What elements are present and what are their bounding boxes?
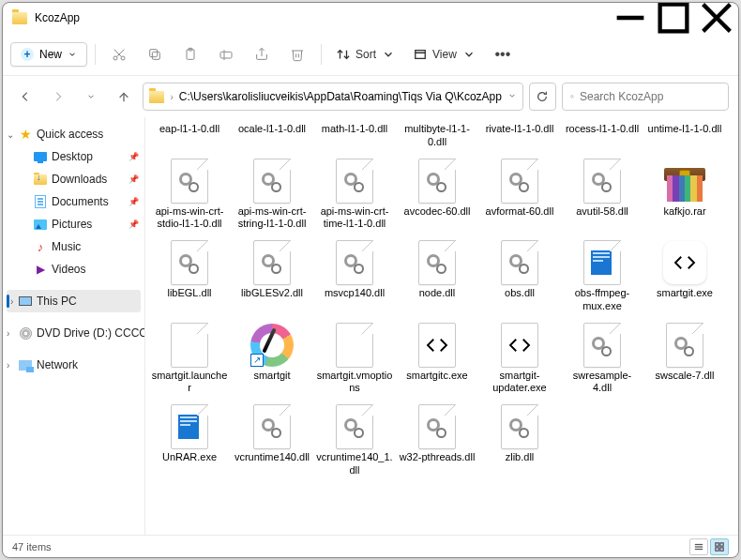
file-label: avformat-60.dll xyxy=(486,205,554,219)
file-item[interactable]: vcruntime140.dll xyxy=(232,401,312,481)
maximize-button[interactable] xyxy=(652,3,695,33)
file-item[interactable]: api-ms-win-crt-stdio-l1-1-0.dll xyxy=(149,155,230,235)
rename-button[interactable] xyxy=(210,39,242,69)
file-item[interactable]: math-l1-1-0.dll xyxy=(314,121,395,153)
copy-button[interactable] xyxy=(139,39,171,69)
dll-icon xyxy=(336,240,373,285)
window-title: KcozApp xyxy=(35,11,80,24)
sidebar-item-this-pc[interactable]: ›This PC xyxy=(7,290,141,312)
sidebar-item-desktop[interactable]: Desktop📌 xyxy=(3,145,144,168)
recent-button[interactable] xyxy=(78,82,105,112)
address-bar[interactable]: › C:\Users\karolisliucveikis\AppData\Roa… xyxy=(143,83,522,111)
file-item[interactable]: vcruntime140_1.dll xyxy=(314,401,395,481)
file-item[interactable]: UnRAR.exe xyxy=(149,401,230,481)
file-item[interactable]: w32-pthreads.dll xyxy=(397,401,477,481)
sidebar-item-pictures[interactable]: Pictures📌 xyxy=(3,213,144,235)
file-label: ocale-l1-1-0.dll xyxy=(238,123,306,136)
file-item[interactable]: smartgit.exe xyxy=(644,236,725,317)
music-icon: ♪ xyxy=(33,239,48,254)
file-item[interactable]: multibyte-l1-1-0.dll xyxy=(397,121,477,153)
chevron-down-icon xyxy=(68,50,77,59)
sidebar-item-videos[interactable]: ▶Videos xyxy=(3,258,144,280)
file-item[interactable]: ocale-l1-1-0.dll xyxy=(232,121,312,153)
downloads-icon xyxy=(34,174,47,185)
minimize-button[interactable] xyxy=(609,3,652,33)
file-item[interactable]: smartgit.vmoptions xyxy=(314,319,395,400)
dll-icon xyxy=(253,404,291,449)
back-button[interactable] xyxy=(12,82,39,112)
toolbar: + New Sort View ••• xyxy=(3,33,738,76)
file-label: UnRAR.exe xyxy=(162,451,217,464)
svg-rect-28 xyxy=(720,542,723,545)
sidebar-item-documents[interactable]: Documents📌 xyxy=(3,190,144,213)
network-icon xyxy=(19,360,32,371)
file-item[interactable]: node.dll xyxy=(397,236,477,317)
file-item[interactable]: obs-ffmpeg-mux.exe xyxy=(562,236,643,317)
search-box[interactable] xyxy=(562,83,729,111)
paste-button[interactable] xyxy=(174,39,206,69)
dll-icon xyxy=(253,240,291,285)
file-item[interactable]: swresample-4.dll xyxy=(562,319,643,400)
file-item[interactable]: avutil-58.dll xyxy=(562,155,643,235)
dll-icon xyxy=(336,404,373,449)
up-button[interactable] xyxy=(111,82,138,112)
file-label: api-ms-win-crt-string-l1-1-0.dll xyxy=(234,205,310,232)
pin-icon: 📌 xyxy=(129,152,139,161)
sidebar-item-network[interactable]: ›Network xyxy=(3,354,144,376)
code-icon xyxy=(418,323,456,368)
file-label: smartgit xyxy=(253,370,290,383)
file-list[interactable]: eap-l1-1-0.dllocale-l1-1-0.dllmath-l1-1-… xyxy=(145,117,738,535)
file-item[interactable]: ↗smartgit xyxy=(232,319,312,400)
file-item[interactable]: avformat-60.dll xyxy=(479,155,560,235)
file-item[interactable]: smartgit-updater.exe xyxy=(479,319,560,400)
forward-button[interactable] xyxy=(45,82,72,112)
icons-view-button[interactable] xyxy=(710,538,729,555)
dll-icon xyxy=(583,159,621,204)
search-input[interactable] xyxy=(580,90,720,103)
file-item[interactable]: rivate-l1-1-0.dll xyxy=(479,121,560,153)
file-item[interactable]: zlib.dll xyxy=(479,401,560,481)
file-label: msvcp140.dll xyxy=(325,287,385,300)
svg-point-22 xyxy=(570,96,573,98)
file-item[interactable]: avcodec-60.dll xyxy=(397,155,477,235)
chevron-down-icon[interactable] xyxy=(507,90,517,103)
close-button[interactable] xyxy=(695,3,738,33)
dll-icon xyxy=(501,404,538,449)
sidebar-item-music[interactable]: ♪Music xyxy=(3,235,144,258)
dll-icon xyxy=(666,323,703,368)
file-item[interactable]: obs.dll xyxy=(479,236,560,317)
palette-icon: ↗ xyxy=(250,324,294,367)
refresh-button[interactable] xyxy=(529,83,556,111)
file-label: smartgitc.exe xyxy=(406,370,467,383)
file-item[interactable]: smartgitc.exe xyxy=(397,319,477,400)
sidebar-item-dvd[interactable]: ›DVD Drive (D:) CCCC xyxy=(3,322,144,344)
sidebar-item-downloads[interactable]: Downloads📌 xyxy=(3,168,144,190)
sort-button[interactable]: Sort xyxy=(329,43,402,66)
details-view-button[interactable] xyxy=(689,538,708,555)
file-label: smartgit.launcher xyxy=(151,370,228,396)
file-label: smartgit.vmoptions xyxy=(316,370,393,396)
delete-button[interactable] xyxy=(281,39,313,69)
file-item[interactable]: api-ms-win-crt-time-l1-1-0.dll xyxy=(314,155,395,235)
title-bar: KcozApp xyxy=(3,3,738,33)
sidebar-item-quick-access[interactable]: ⌄★Quick access xyxy=(3,123,144,145)
file-item[interactable]: eap-l1-1-0.dll xyxy=(149,121,230,153)
item-count: 47 items xyxy=(12,541,52,552)
file-item[interactable]: untime-l1-1-0.dll xyxy=(644,121,725,153)
star-icon: ★ xyxy=(18,127,33,142)
file-item[interactable]: msvcp140.dll xyxy=(314,236,395,317)
file-item[interactable]: rocess-l1-1-0.dll xyxy=(562,121,643,153)
file-label: zlib.dll xyxy=(506,451,535,464)
view-button[interactable]: View xyxy=(406,43,483,66)
new-button[interactable]: + New xyxy=(10,42,87,67)
cut-button[interactable] xyxy=(103,39,135,69)
file-item[interactable]: libEGL.dll xyxy=(149,236,230,317)
file-label: swscale-7.dll xyxy=(656,370,715,383)
file-item[interactable]: libGLESv2.dll xyxy=(232,236,312,317)
file-item[interactable]: api-ms-win-crt-string-l1-1-0.dll xyxy=(232,155,312,235)
file-item[interactable]: smartgit.launcher xyxy=(149,319,230,400)
file-item[interactable]: swscale-7.dll xyxy=(644,319,725,400)
more-button[interactable]: ••• xyxy=(487,39,519,69)
file-item[interactable]: kafkjo.rar xyxy=(644,155,725,235)
share-button[interactable] xyxy=(246,39,278,69)
